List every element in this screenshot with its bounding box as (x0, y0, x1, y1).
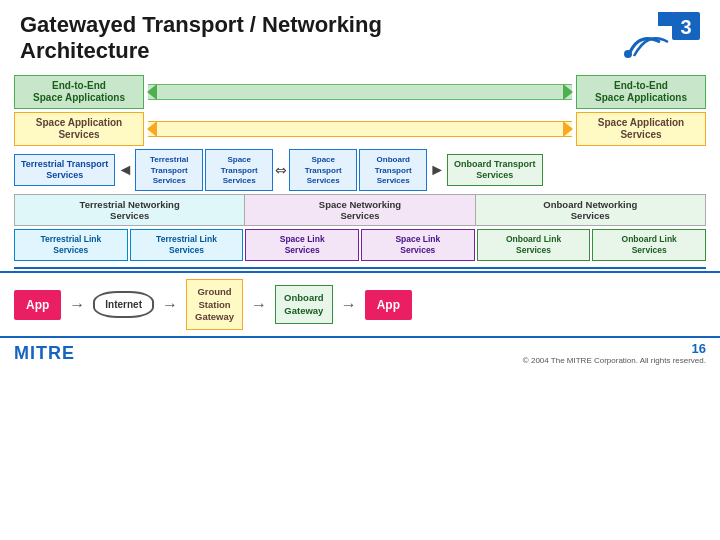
arrow-left: ◄ (117, 161, 133, 179)
copyright: © 2004 The MITRE Corporation. All rights… (523, 356, 706, 365)
ete-left: End-to-End Space Applications (14, 75, 144, 109)
arrow-internet-ground: → (162, 296, 178, 314)
row-transport: Terrestrial Transport Services ◄ Terrest… (14, 149, 706, 191)
svg-text:3: 3 (680, 16, 691, 38)
title-line2: Architecture (20, 38, 382, 64)
link-space-1: Space Link Services (245, 229, 359, 261)
ground-station: Ground Station Gateway (186, 279, 243, 330)
transport-terrestrial-left: Terrestrial Transport Services (14, 154, 115, 186)
link-terrestrial-1: Terrestrial Link Services (14, 229, 128, 261)
internet-cloud: Internet (93, 291, 154, 318)
row-sas: Space Application Services Space Applica… (14, 112, 706, 146)
logo-area: 3 (620, 12, 700, 64)
footer: MITRE 16 © 2004 The MITRE Corporation. A… (0, 336, 720, 368)
title-line1: Gatewayed Transport / Networking (20, 12, 382, 38)
arrow-onboard-app: → (341, 296, 357, 314)
app-left: App (14, 290, 61, 320)
app-right: App (365, 290, 412, 320)
link-space-2: Space Link Services (361, 229, 475, 261)
arrow-ground-onboard: → (251, 296, 267, 314)
link-onboard-1: Onboard Link Services (477, 229, 591, 261)
footer-right: 16 © 2004 The MITRE Corporation. All rig… (523, 341, 706, 365)
mitre-logo: MITRE (14, 343, 75, 364)
networking-onboard: Onboard Networking Services (476, 195, 705, 225)
transport-space-left: Space Transport Services (289, 149, 357, 191)
ete-arrow (144, 75, 576, 109)
networking-space: Space Networking Services (245, 195, 475, 225)
page-number: 16 (523, 341, 706, 356)
transport-center-right: Space Transport Services (205, 149, 273, 191)
onboard-gateway: Onboard Gateway (275, 285, 333, 324)
bottom-section: App → Internet → Ground Station Gateway … (0, 271, 720, 336)
arrow-app-internet: → (69, 296, 85, 314)
title: Gatewayed Transport / Networking Archite… (20, 12, 382, 65)
arrow-right: ► (429, 161, 445, 179)
double-arrow: ⇔ (275, 162, 287, 178)
row-networking: Terrestrial Networking Services Space Ne… (14, 194, 706, 226)
transport-onboard-right: Onboard Transport Services (447, 154, 543, 186)
networking-terrestrial: Terrestrial Networking Services (15, 195, 245, 225)
link-terrestrial-2: Terrestrial Link Services (130, 229, 244, 261)
sas-left: Space Application Services (14, 112, 144, 146)
row-links: Terrestrial Link Services Terrestrial Li… (14, 229, 706, 261)
sas-right: Space Application Services (576, 112, 706, 146)
row-ete: End-to-End Space Applications End-to-End… (14, 75, 706, 109)
sas-arrow (144, 112, 576, 146)
transport-center-left: Terrestrial Transport Services (135, 149, 203, 191)
ete-right: End-to-End Space Applications (576, 75, 706, 109)
link-onboard-2: Onboard Link Services (592, 229, 706, 261)
bottom-border-top (14, 267, 706, 269)
header: Gatewayed Transport / Networking Archite… (0, 0, 720, 71)
svg-point-4 (624, 50, 632, 58)
logo-icon: 3 (620, 12, 700, 64)
transport-space-right: Onboard Transport Services (359, 149, 427, 191)
svg-rect-1 (658, 12, 672, 26)
diagram: End-to-End Space Applications End-to-End… (0, 75, 720, 261)
